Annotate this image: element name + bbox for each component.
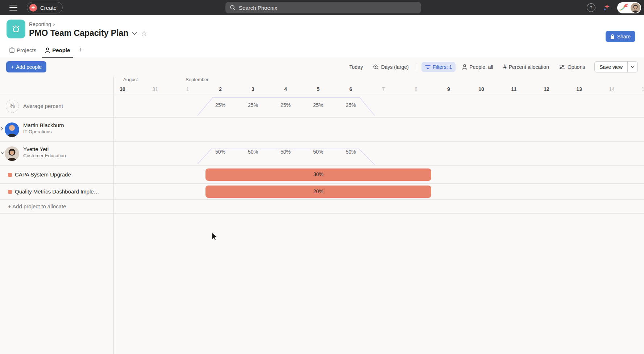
allocation-percent-label: 25%	[343, 102, 358, 108]
create-button-label: Create	[40, 5, 57, 11]
percent-icon: %	[6, 100, 19, 113]
filters-button[interactable]: Filters: 1	[421, 62, 456, 72]
hash-icon: #	[503, 64, 507, 70]
sidebar-toggle-icon[interactable]	[9, 5, 17, 11]
day-header[interactable]: 30	[120, 86, 125, 92]
timeline-month-header: AugustSeptember	[0, 77, 644, 85]
average-percent-row: %Average percent25%25%25%25%25%	[0, 95, 644, 118]
page-title: PMO Team Capacity Plan	[29, 28, 128, 38]
month-label: September	[186, 77, 209, 82]
allocation-bar-label: 30%	[205, 171, 431, 177]
chevron-right-icon[interactable]	[1, 126, 3, 132]
allocation-percent-label: 25%	[245, 102, 261, 108]
person-row: Martin BlackburnIT Operations	[0, 118, 644, 142]
avatar	[5, 146, 19, 161]
allocation-percent-label: 25%	[213, 102, 228, 108]
allocation-bar[interactable]: 30%	[205, 168, 431, 181]
allocation-bar-label: 20%	[205, 188, 431, 194]
project-name[interactable]: Quality Metrics Dashboard Imple…	[15, 188, 99, 195]
share-button[interactable]: Share	[606, 31, 635, 42]
search-input[interactable]: Search Phoenix	[225, 2, 421, 13]
favorite-star-icon[interactable]: ☆	[141, 29, 147, 38]
day-header[interactable]: 12	[544, 86, 549, 92]
people-filter-button[interactable]: People: all	[458, 62, 496, 72]
day-header[interactable]: 13	[576, 86, 582, 92]
clipboard-icon	[9, 47, 14, 53]
day-header[interactable]: 6	[349, 86, 352, 92]
day-header[interactable]: 15	[641, 86, 644, 92]
save-view-split-button: Save view	[594, 61, 638, 72]
person-role: IT Operations	[23, 129, 52, 134]
day-header[interactable]: 1	[186, 86, 189, 92]
add-project-label: Add project to allocate	[12, 203, 66, 209]
day-header[interactable]: 5	[317, 86, 320, 92]
add-people-button[interactable]: + Add people	[6, 61, 46, 72]
allocation-percent-label: 25%	[311, 102, 326, 108]
allocation-mode-button[interactable]: # Percent allocation	[500, 62, 553, 72]
day-header[interactable]: 14	[609, 86, 615, 92]
day-header[interactable]: 7	[382, 86, 385, 92]
top-bar: + Create Search Phoenix ?	[0, 0, 644, 15]
avatar	[5, 122, 19, 137]
day-header[interactable]: 31	[152, 86, 158, 92]
save-view-caret-icon[interactable]	[628, 61, 638, 72]
day-header[interactable]: 2	[219, 86, 222, 92]
toolbar-divider	[417, 63, 417, 71]
mouse-cursor	[211, 232, 219, 242]
allocation-bar[interactable]: 20%	[205, 186, 431, 198]
day-header[interactable]: 3	[252, 86, 254, 92]
options-button[interactable]: Options	[556, 62, 589, 72]
search-placeholder: Search Phoenix	[239, 5, 277, 11]
portfolio-icon	[7, 20, 25, 38]
person-role: Customer Education	[23, 153, 66, 158]
view-toolbar: + Add people Today Days (large) Filters:…	[0, 58, 644, 76]
breadcrumb[interactable]: Reporting›	[29, 21, 55, 27]
project-row: CAPA System Upgrade30%	[0, 166, 644, 184]
day-header[interactable]: 11	[511, 86, 517, 92]
project-row: Quality Metrics Dashboard Imple…20%	[0, 184, 644, 200]
allocation-percent-label: 25%	[278, 102, 293, 108]
person-name[interactable]: Martin Blackburn	[23, 122, 64, 128]
ai-sparkles-icon[interactable]	[602, 3, 611, 12]
phoenix-logo-icon	[619, 2, 629, 13]
allocation-percent-label: 50%	[311, 149, 326, 155]
tab-people[interactable]: People	[42, 47, 73, 58]
chevron-down-icon[interactable]	[1, 150, 4, 155]
average-percent-label: Average percent	[23, 103, 63, 109]
allocation-percent-label: 50%	[213, 149, 228, 155]
workload-page: + Create Search Phoenix ?	[0, 0, 644, 354]
title-dropdown-icon[interactable]	[132, 30, 137, 37]
zoom-icon	[373, 64, 379, 70]
today-button[interactable]: Today	[346, 62, 366, 72]
allocation-percent-label: 50%	[245, 149, 261, 155]
allocation-percent-label: 50%	[343, 149, 358, 155]
tab-projects[interactable]: Projects	[7, 47, 39, 58]
view-tabs: Projects People +	[7, 46, 86, 58]
account-switcher[interactable]	[617, 2, 641, 13]
help-icon[interactable]: ?	[587, 3, 595, 12]
sliders-icon	[559, 64, 565, 70]
add-project-row: + Add project to allocate	[0, 200, 644, 214]
add-project-button[interactable]: + Add project to allocate	[8, 203, 66, 209]
project-color-dot	[8, 190, 12, 194]
zoom-level-button[interactable]: Days (large)	[369, 62, 412, 72]
filter-icon	[425, 65, 431, 69]
add-tab-button[interactable]: +	[76, 46, 86, 58]
create-button[interactable]: + Create	[27, 2, 63, 13]
save-view-button[interactable]: Save view	[594, 61, 628, 72]
person-icon	[45, 47, 50, 53]
project-name[interactable]: CAPA System Upgrade	[15, 171, 71, 178]
search-icon	[230, 5, 236, 11]
day-header[interactable]: 9	[447, 86, 450, 92]
day-header[interactable]: 4	[284, 86, 287, 92]
person-name[interactable]: Yvette Yeti	[23, 146, 49, 152]
day-header[interactable]: 10	[478, 86, 484, 92]
allocation-percent-label: 50%	[278, 149, 293, 155]
person-row: Yvette YetiCustomer Education50%50%50%50…	[0, 142, 644, 166]
page-header: Reporting› PMO Team Capacity Plan ☆ Shar…	[0, 15, 644, 58]
lock-icon	[610, 34, 615, 39]
user-avatar	[631, 3, 640, 13]
day-header[interactable]: 8	[415, 86, 417, 92]
timeline-day-header: 3031123456789101112131415	[0, 86, 644, 93]
plus-icon: +	[11, 64, 14, 70]
